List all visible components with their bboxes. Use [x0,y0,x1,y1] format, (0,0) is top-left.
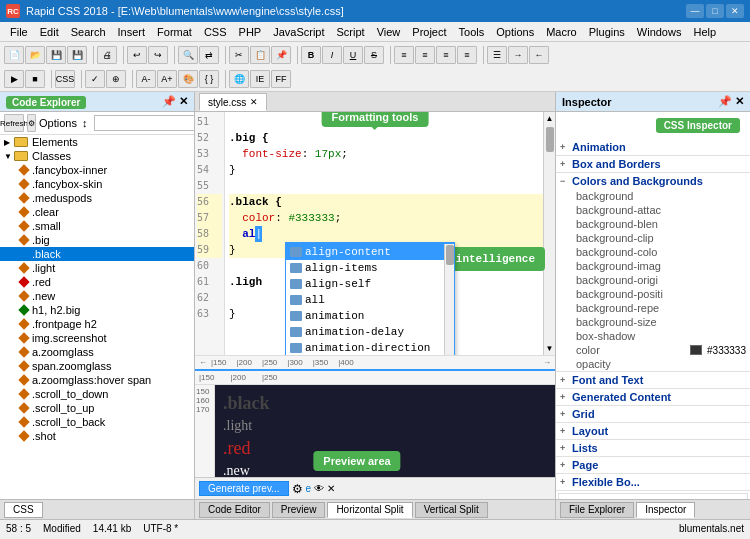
insp-property-bg-pos[interactable]: background-positi [556,287,750,301]
list-item[interactable]: span.zoomglass [0,359,194,373]
snippet-button[interactable]: { } [199,70,219,88]
scroll-thumb[interactable] [546,127,554,152]
horizontal-split-tab[interactable]: Horizontal Split [327,502,412,518]
copy-button[interactable]: 📋 [250,46,270,64]
preview-tab[interactable]: Preview [272,502,326,518]
ac-scroll-thumb[interactable] [446,245,454,265]
preview-ie[interactable]: IE [250,70,270,88]
insp-property-bg-attach[interactable]: background-attac [556,203,750,217]
indent-button[interactable]: → [508,46,528,64]
menu-edit[interactable]: Edit [34,24,65,40]
insp-close-icon[interactable]: ✕ [735,95,744,108]
stop-button[interactable]: ■ [25,70,45,88]
ie-icon[interactable]: e [306,483,312,494]
color-swatch[interactable] [690,345,702,355]
ac-item[interactable]: align-self [286,276,454,292]
vertical-split-tab[interactable]: Vertical Split [415,502,488,518]
save-button[interactable]: 💾 [46,46,66,64]
list-item[interactable]: .big [0,233,194,247]
generate-preview-button[interactable]: Generate prev... [199,481,289,496]
ac-item[interactable]: animation-delay [286,324,454,340]
section-header[interactable]: + Font and Text [556,372,750,388]
settings-icon[interactable]: ⚙ [292,482,303,496]
section-header[interactable]: + Generated Content [556,389,750,405]
autocomplete-scrollbar[interactable] [444,244,454,355]
menu-php[interactable]: PHP [233,24,268,40]
preview-ff[interactable]: FF [271,70,291,88]
replace-button[interactable]: ⇄ [199,46,219,64]
underline-button[interactable]: U [343,46,363,64]
list-item[interactable]: .fancybox-inner [0,163,194,177]
menu-css[interactable]: CSS [198,24,233,40]
compress-button[interactable]: ⊕ [106,70,126,88]
section-header[interactable]: + Flexible Bo... [556,474,750,490]
code-editor[interactable]: .big { font-size: 17px; } .black { color… [225,112,555,355]
menu-search[interactable]: Search [65,24,112,40]
insp-property-bg-clip[interactable]: background-clip [556,231,750,245]
insp-property-bg-image[interactable]: background-imag [556,259,750,273]
autocomplete-dropdown[interactable]: align-content align-items align-self all [285,242,455,355]
insp-property-bg-size[interactable]: background-size [556,315,750,329]
scroll-down-arrow[interactable]: ▼ [544,342,555,355]
menu-script[interactable]: Script [331,24,371,40]
list-item[interactable]: .meduspods [0,191,194,205]
menu-javascript[interactable]: JavaScript [267,24,330,40]
insp-property-box-shadow[interactable]: box-shadow [556,329,750,343]
tree-elements[interactable]: ▶ Elements [0,135,194,149]
tree-classes[interactable]: ▼ Classes [0,149,194,163]
scroll-up-arrow[interactable]: ▲ [544,112,555,125]
css-button[interactable]: CSS [55,70,75,88]
insp-property-opacity[interactable]: opacity [556,357,750,371]
section-header[interactable]: − Colors and Backgrounds [556,173,750,189]
close-preview-icon[interactable]: ✕ [327,483,335,494]
menu-format[interactable]: Format [151,24,198,40]
new-button[interactable]: 📄 [4,46,24,64]
list-item[interactable]: .red [0,275,194,289]
menu-macro[interactable]: Macro [540,24,583,40]
ac-item[interactable]: align-content [286,244,454,260]
insp-pin-icon[interactable]: 📌 [718,95,732,108]
menu-windows[interactable]: Windows [631,24,688,40]
tab-close-icon[interactable]: ✕ [250,97,258,107]
menu-insert[interactable]: Insert [112,24,152,40]
ac-item[interactable]: align-items [286,260,454,276]
section-header[interactable]: + Page [556,457,750,473]
bold-button[interactable]: B [301,46,321,64]
find-button[interactable]: 🔍 [178,46,198,64]
menu-tools[interactable]: Tools [453,24,491,40]
ac-item[interactable]: animation-direction [286,340,454,355]
code-explorer-search[interactable] [94,115,195,131]
code-editor-tab[interactable]: Code Editor [199,502,270,518]
menu-options[interactable]: Options [490,24,540,40]
align-center-button[interactable]: ≡ [415,46,435,64]
insp-property-bg-blend[interactable]: background-blen [556,217,750,231]
section-header[interactable]: + Layout [556,423,750,439]
insp-property-bg-repeat[interactable]: background-repe [556,301,750,315]
panel-close-icon[interactable]: ✕ [179,95,188,108]
list-item[interactable]: img.screenshot [0,331,194,345]
section-header[interactable]: + Animation [556,139,750,155]
list-item[interactable]: .scroll_to_back [0,415,194,429]
list-item[interactable]: h1, h2.big [0,303,194,317]
panel-pin-icon[interactable]: 📌 [162,95,176,108]
refresh-button[interactable]: Refresh [4,114,24,132]
list-item[interactable]: a.zoomglass:hover span [0,373,194,387]
align-justify-button[interactable]: ≡ [457,46,477,64]
options-button[interactable]: ⚙ [27,114,36,132]
font-size-up[interactable]: A+ [157,70,177,88]
insp-property-bg-color[interactable]: background-colo [556,245,750,259]
list-item[interactable]: a.zoomglass [0,345,194,359]
file-tab[interactable]: style.css ✕ [199,93,267,111]
validate-button[interactable]: ✓ [85,70,105,88]
undo-button[interactable]: ↩ [127,46,147,64]
list-item[interactable]: .light [0,261,194,275]
menu-project[interactable]: Project [406,24,452,40]
list-item[interactable]: .scroll_to_down [0,387,194,401]
vertical-scrollbar[interactable]: ▲ ▼ [543,112,555,355]
list-item[interactable]: .frontpage h2 [0,317,194,331]
redo-button[interactable]: ↪ [148,46,168,64]
sort-button[interactable]: ↕ [82,117,88,129]
preview-browser[interactable]: 🌐 [229,70,249,88]
menu-plugins[interactable]: Plugins [583,24,631,40]
run-button[interactable]: ▶ [4,70,24,88]
